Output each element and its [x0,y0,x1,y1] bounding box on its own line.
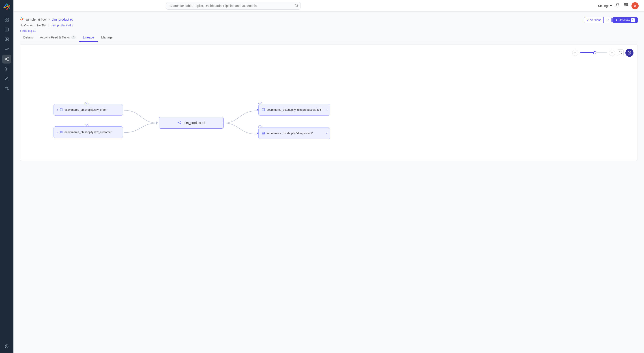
svg-point-51 [180,123,181,124]
breadcrumb-current[interactable]: dim_product etl [52,18,74,21]
unfollow-button[interactable]: ★ Unfollow 1 [612,17,638,23]
svg-rect-13 [5,38,7,40]
svg-point-19 [8,60,8,61]
svg-rect-34 [626,5,628,5]
edit-button[interactable] [626,49,634,57]
chevron-down-icon: ▾ [610,4,612,7]
search-bar [166,2,300,10]
meta-tier: No Tier [37,24,46,27]
sidebar-item-rocket[interactable] [2,341,11,350]
svg-point-25 [7,87,8,88]
svg-rect-15 [7,39,8,41]
svg-point-24 [6,87,7,88]
notifications-icon[interactable] [615,3,620,8]
svg-rect-29 [624,3,625,4]
sidebar-item-grid[interactable] [2,15,11,24]
versions-number: 0.1 [604,17,611,23]
zoom-out-button[interactable]: − [572,50,578,56]
table-icon-output2 [262,132,265,135]
sidebar-item-table[interactable] [2,25,11,34]
svg-rect-45 [60,131,62,133]
svg-rect-5 [5,18,6,19]
sidebar-item-dashboard[interactable] [2,35,11,44]
sidebar-item-pipeline[interactable] [2,54,11,63]
svg-line-21 [6,59,8,60]
user-avatar[interactable]: A [632,2,639,9]
tab-lineage[interactable]: Lineage [79,33,98,42]
tab-manage[interactable]: Manage [98,33,116,42]
breadcrumb-logo-icon [20,17,24,22]
topnav-right: Settings ▾ A [598,2,639,9]
sidebar-item-settings[interactable] [2,64,11,73]
breadcrumb: sample_airflow > dim_product etl [20,17,73,22]
svg-line-28 [297,6,298,7]
page-content: sample_airflow > dim_product etl No Owne… [14,12,644,353]
svg-point-23 [6,77,8,79]
lineage-connections [20,45,638,161]
page-header: sample_airflow > dim_product etl No Owne… [20,17,638,32]
svg-rect-14 [7,38,8,39]
breadcrumb-parent[interactable]: sample_airflow [26,18,46,21]
tab-bar: Details Activity Feed & Tasks 0 Lineage … [20,33,638,42]
svg-rect-9 [5,28,8,31]
add-tag-button[interactable]: + Add tag 🏷 [20,29,73,32]
sidebar-item-person[interactable] [2,74,11,83]
sidebar-item-trends[interactable] [2,45,11,54]
zoom-slider-thumb[interactable] [593,51,596,54]
svg-rect-6 [7,18,8,19]
expand-button[interactable] [617,49,624,56]
zoom-slider-fill [580,52,595,53]
svg-point-27 [295,4,298,6]
svg-point-17 [5,59,6,59]
page-actions: Versions 0.1 ★ Unfollow 1 [584,17,638,23]
svg-line-20 [6,58,8,59]
settings-label: Settings [598,4,609,7]
star-icon: ★ [615,18,618,22]
versions-button[interactable]: Versions 0.1 [584,17,612,23]
svg-rect-58 [262,132,265,134]
zoom-controls: − + [572,49,634,57]
svg-point-50 [180,121,181,122]
search-input[interactable] [166,2,300,10]
external-link-icon: ↗ [71,24,73,27]
svg-point-26 [6,346,7,346]
header-left: sample_airflow > dim_product etl No Owne… [20,17,73,32]
sidebar-item-group[interactable] [2,84,11,93]
svg-line-53 [178,123,180,123]
svg-rect-30 [625,3,626,4]
zoom-slider[interactable] [580,52,607,53]
node-label-output2: ecommerce_db.shopify."dim.product" [267,132,313,135]
node-label-input1: ecommerce_db.shopify.raw_order [64,108,106,111]
svg-rect-33 [625,5,626,5]
svg-rect-8 [7,20,8,21]
svg-point-22 [6,68,8,69]
tag-icon: 🏷 [33,29,36,32]
svg-rect-32 [624,5,625,5]
svg-point-18 [8,57,8,58]
tab-details[interactable]: Details [20,33,36,42]
meta-pipeline-link[interactable]: dim_product etl ↗ [51,24,73,27]
apps-icon[interactable] [624,3,628,8]
zoom-in-button[interactable]: + [609,50,615,56]
table-icon-output1 [262,108,265,112]
tab-activity[interactable]: Activity Feed & Tasks 0 [36,33,79,42]
versions-label[interactable]: Versions [584,17,604,23]
node-chevron-left-input2[interactable]: ‹ [57,131,58,134]
unfollow-count: 1 [631,18,635,22]
node-chevron-right-output1[interactable]: › [326,108,327,111]
table-icon-input2 [60,130,63,134]
node-chevron-right-output2[interactable]: › [326,132,327,135]
table-icon-input1 [60,108,63,112]
node-chevron-left-input1[interactable]: ‹ [57,108,58,111]
svg-marker-40 [156,121,158,125]
svg-rect-31 [626,3,628,4]
svg-point-39 [587,20,588,20]
lineage-canvas: − + [20,44,638,161]
pipeline-icon-center [177,121,182,125]
settings-button[interactable]: Settings ▾ [598,4,612,7]
node-label-input2: ecommerce_db.shopify.raw_customer [64,131,112,134]
svg-rect-7 [5,20,6,21]
node-label-center: dim_product etl [184,121,205,125]
app-logo[interactable] [3,3,11,11]
svg-point-49 [178,122,178,123]
